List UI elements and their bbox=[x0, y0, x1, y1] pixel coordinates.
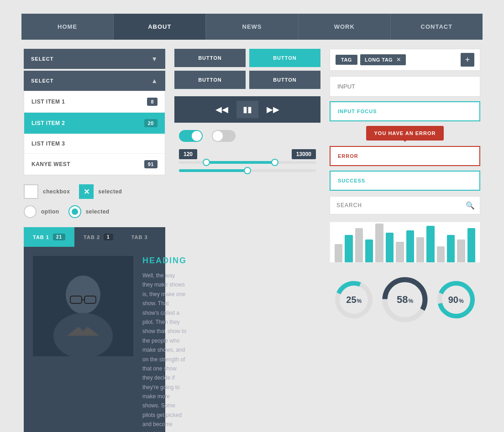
list-item[interactable]: KANYE WEST 91 bbox=[24, 154, 165, 175]
tab-2[interactable]: TAB 2 1 bbox=[74, 227, 122, 247]
radio-label: option bbox=[41, 208, 59, 215]
list-item-2-label: LIST ITEM 2 bbox=[31, 120, 65, 126]
error-tooltip-row: YOU HAVE AN ERROR bbox=[330, 126, 480, 143]
button-1[interactable]: BUTTON bbox=[174, 49, 246, 67]
tag-close-icon[interactable]: ✕ bbox=[396, 57, 401, 63]
main-nav: HOME ABOUT NEWS WORK CONTACT bbox=[21, 14, 483, 40]
button-4[interactable]: BUTTON bbox=[249, 71, 320, 89]
list-item-4-badge: 91 bbox=[144, 160, 158, 168]
next-button[interactable]: ▶▶ bbox=[262, 102, 284, 117]
bar-chart-bar bbox=[375, 224, 383, 262]
single-slider-track[interactable] bbox=[179, 169, 316, 172]
search-input[interactable] bbox=[330, 196, 480, 214]
bar-chart-bar bbox=[345, 235, 352, 262]
tab-1-label: TAB 1 bbox=[33, 234, 49, 240]
list-item-2-badge: 20 bbox=[144, 119, 158, 127]
success-input[interactable] bbox=[330, 171, 480, 191]
bar-chart-bar bbox=[396, 242, 404, 262]
tab-content: HEADING Well, the way they make shows is… bbox=[24, 247, 165, 432]
chevron-up-icon: ▲ bbox=[151, 77, 158, 84]
radio-unchecked-item: option bbox=[24, 205, 59, 218]
list-item-3-label: LIST ITEM 3 bbox=[31, 141, 65, 147]
tab-1[interactable]: TAB 1 21 bbox=[24, 227, 74, 247]
bar-chart-bar bbox=[416, 237, 424, 262]
donut-25-label: 25% bbox=[346, 295, 362, 305]
pause-button[interactable]: ▮▮ bbox=[236, 101, 258, 118]
select-2-label: SELECT bbox=[31, 78, 53, 83]
nav-news[interactable]: NEWS bbox=[206, 14, 298, 40]
bar-chart-bar bbox=[406, 230, 414, 262]
tab-person-image bbox=[33, 256, 133, 356]
right-panel: TAG LONG TAG ✕ + document.querySelector(… bbox=[330, 49, 480, 432]
list-item[interactable]: LIST ITEM 3 bbox=[24, 134, 165, 154]
checkbox-unchecked[interactable] bbox=[24, 184, 38, 199]
slider-value-1: 120 bbox=[179, 149, 197, 159]
toggle-row bbox=[174, 130, 320, 142]
checkbox-checked-item: ✕ selected bbox=[79, 184, 122, 199]
list-container: LIST ITEM 1 8 LIST ITEM 2 20 LIST ITEM 3… bbox=[24, 91, 165, 175]
donut-58: 58% bbox=[380, 275, 430, 325]
input-focus-field[interactable] bbox=[330, 101, 480, 121]
tab-2-badge: 1 bbox=[104, 234, 113, 240]
radio-selected[interactable] bbox=[68, 205, 81, 218]
chevron-down-icon: ▼ bbox=[151, 55, 158, 62]
radio-selected-item: selected bbox=[68, 205, 110, 218]
list-item[interactable]: LIST ITEM 1 8 bbox=[24, 91, 165, 113]
tags-row: TAG LONG TAG ✕ + bbox=[330, 49, 480, 71]
search-box: 🔍 bbox=[330, 196, 480, 214]
toggle-off[interactable] bbox=[212, 130, 236, 142]
media-player: ◀◀ ▮▮ ▶▶ bbox=[174, 96, 320, 123]
error-input[interactable] bbox=[330, 146, 480, 166]
tag-add-button[interactable]: + bbox=[461, 53, 474, 67]
checkbox-row: checkbox ✕ selected bbox=[24, 184, 165, 199]
slider-value-2: 13000 bbox=[292, 149, 316, 159]
nav-contact[interactable]: CONTACT bbox=[391, 14, 483, 40]
tabs-header: TAB 1 21 TAB 2 1 TAB 3 bbox=[24, 227, 165, 247]
slider-handle-right[interactable] bbox=[271, 159, 278, 166]
svg-point-1 bbox=[66, 276, 100, 314]
bar-chart-bar bbox=[355, 228, 363, 262]
bar-chart-bar bbox=[386, 233, 394, 262]
list-item-4-label: KANYE WEST bbox=[31, 161, 70, 167]
input-field[interactable] bbox=[330, 76, 480, 97]
bar-chart-bar bbox=[426, 226, 434, 262]
bar-chart-bar bbox=[365, 239, 373, 262]
prev-button[interactable]: ◀◀ bbox=[211, 102, 233, 117]
error-tooltip: YOU HAVE AN ERROR bbox=[366, 126, 444, 141]
nav-home[interactable]: HOME bbox=[21, 14, 114, 40]
button-3[interactable]: BUTTON bbox=[174, 71, 246, 89]
dual-slider-track[interactable] bbox=[179, 161, 316, 164]
bar-chart-bar bbox=[457, 239, 465, 262]
tag-item[interactable]: TAG bbox=[336, 55, 357, 65]
search-icon: 🔍 bbox=[466, 201, 475, 210]
donut-90-label: 90% bbox=[448, 295, 464, 305]
toggle-on[interactable] bbox=[179, 130, 203, 142]
mid-panel: BUTTON BUTTON BUTTON BUTTON ◀◀ ▮▮ ▶▶ 120 bbox=[174, 49, 320, 432]
button-grid: BUTTON BUTTON BUTTON BUTTON bbox=[174, 49, 320, 89]
select-dropdown-2[interactable]: SELECT ▲ bbox=[24, 71, 165, 91]
bar-chart-bar bbox=[467, 228, 475, 262]
tab-3[interactable]: TAB 3 bbox=[122, 227, 157, 247]
bar-chart-bar bbox=[437, 246, 445, 262]
tag-long-item[interactable]: LONG TAG ✕ bbox=[360, 54, 406, 65]
donut-58-label: 58% bbox=[397, 294, 413, 306]
slider-handle-left[interactable] bbox=[203, 159, 210, 166]
radio-row: option selected bbox=[24, 205, 165, 218]
tag-long-label: LONG TAG bbox=[365, 57, 393, 62]
checkbox-checked-label: selected bbox=[98, 188, 122, 195]
nav-work[interactable]: WORK bbox=[299, 14, 391, 40]
nav-about[interactable]: ABOUT bbox=[114, 14, 206, 40]
select-dropdown-1[interactable]: SELECT ▼ bbox=[24, 49, 165, 69]
tabs-section: TAB 1 21 TAB 2 1 TAB 3 bbox=[24, 227, 165, 432]
select-1-label: SELECT bbox=[31, 56, 53, 62]
button-2[interactable]: BUTTON bbox=[249, 49, 320, 67]
radio-unchecked[interactable] bbox=[24, 205, 37, 218]
donut-row: 25% 58% bbox=[330, 270, 480, 329]
list-item[interactable]: LIST ITEM 2 20 bbox=[24, 113, 165, 134]
list-item-1-badge: 8 bbox=[147, 98, 158, 106]
dual-slider-section: 120 13000 bbox=[174, 149, 320, 172]
single-slider-handle[interactable] bbox=[244, 167, 251, 174]
checkbox-checked[interactable]: ✕ bbox=[79, 184, 94, 199]
tab-3-label: TAB 3 bbox=[131, 234, 148, 240]
left-panel: SELECT ▼ SELECT ▲ LIST ITEM 1 8 LIST ITE… bbox=[24, 49, 165, 432]
